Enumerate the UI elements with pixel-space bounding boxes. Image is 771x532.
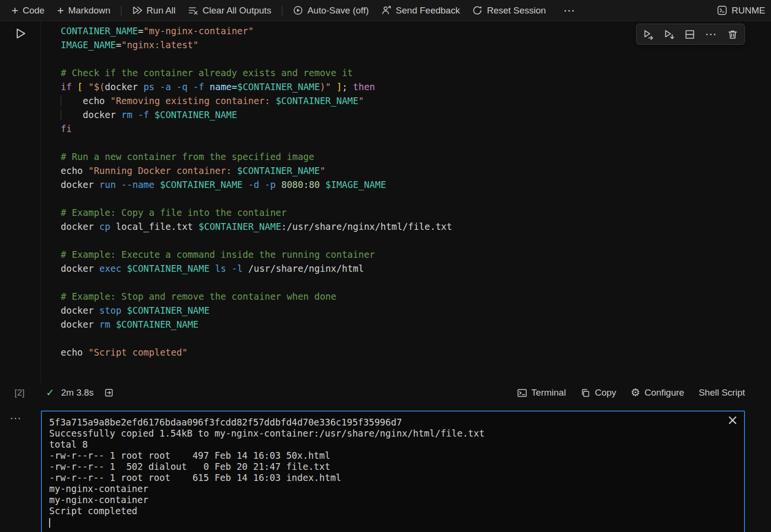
plus-icon: + <box>57 6 64 15</box>
execute-cell-button[interactable] <box>643 29 654 40</box>
code-editor[interactable]: CONTAINER_NAME="my-nginx-container"IMAGE… <box>41 24 771 359</box>
terminal-icon <box>517 388 527 398</box>
code-line: docker rm -f $CONTAINER_NAME <box>61 108 771 122</box>
trash-icon <box>727 29 738 40</box>
cell-footer-actions: Terminal Copy ⚙ Configure Shell Script <box>517 387 771 398</box>
code-line: # Run a new container from the specified… <box>61 150 771 164</box>
code-line: if [ "$(docker ps -a -q -f name=$CONTAIN… <box>61 80 771 94</box>
more-icon: ⋯ <box>705 27 718 41</box>
copy-label: Copy <box>595 387 616 398</box>
gear-icon: ⚙ <box>631 388 640 398</box>
reset-session-button[interactable]: Reset Session <box>466 3 552 18</box>
send-feedback-icon <box>381 5 391 15</box>
add-markdown-label: Markdown <box>68 5 110 16</box>
split-cell-button[interactable] <box>684 29 695 40</box>
terminal-line: my-nginx-container <box>49 494 737 505</box>
code-line: docker stop $CONTAINER_NAME <box>61 304 771 318</box>
toolbar-divider <box>282 6 282 15</box>
code-line <box>61 234 771 248</box>
run-cell-button[interactable] <box>14 27 27 40</box>
code-line: docker cp local_file.txt $CONTAINER_NAME… <box>61 220 771 234</box>
code-line: # Example: Execute a command inside the … <box>61 248 771 262</box>
notebook-toolbar: + Code + Markdown Run All Clear All Outp… <box>0 0 771 21</box>
code-line: # Example: Stop and remove the container… <box>61 290 771 304</box>
add-code-cell-button[interactable]: + Code <box>6 3 50 18</box>
terminal-output[interactable]: × 5f3a715a9a8be2efd6176bdaa096f3fcdd82f5… <box>41 411 745 532</box>
toolbar-more-button[interactable]: ⋯ <box>553 2 586 19</box>
output-menu-button[interactable]: ⋯ <box>10 412 22 425</box>
autosave-label: Auto-Save (off) <box>307 5 369 16</box>
plus-icon: + <box>12 6 18 15</box>
cell-status-bar: [2] ✓ 2m 3.8s Terminal <box>0 382 771 404</box>
execute-below-button[interactable] <box>664 29 675 40</box>
configure-label: Configure <box>645 387 684 398</box>
code-line: docker exec $CONTAINER_NAME ls -l /usr/s… <box>61 262 771 276</box>
send-feedback-label: Send Feedback <box>396 5 460 16</box>
session-output-icon <box>104 388 114 398</box>
cell-more-actions-button[interactable]: ⋯ <box>705 27 718 41</box>
autosave-toggle-button[interactable]: Auto-Save (off) <box>287 3 374 18</box>
language-label: Shell Script <box>699 387 745 398</box>
code-line: # Check if the container already exists … <box>61 66 771 80</box>
execute-cell-icon <box>643 29 654 40</box>
session-output-button[interactable] <box>104 388 114 398</box>
reset-session-icon <box>472 5 482 15</box>
code-line: # Example: Copy a file into the containe… <box>61 206 771 220</box>
runme-brand[interactable]: RUNME <box>717 5 765 16</box>
code-line: docker rm $CONTAINER_NAME <box>61 318 771 332</box>
terminal-line: total 8 <box>49 439 737 450</box>
terminal-cursor-line <box>49 517 737 528</box>
code-line <box>61 136 771 150</box>
execution-count: [2] <box>14 387 25 398</box>
more-icon: ⋯ <box>558 4 581 17</box>
terminal-output-lines: 5f3a715a9a8be2efd6176bdaa096f3fcdd82f57d… <box>49 417 737 517</box>
close-output-button[interactable]: × <box>727 413 738 427</box>
more-icon: ⋯ <box>10 412 22 425</box>
code-line: echo "Running Docker container: $CONTAIN… <box>61 164 771 178</box>
send-feedback-button[interactable]: Send Feedback <box>375 3 465 18</box>
run-all-button[interactable]: Run All <box>126 3 181 18</box>
terminal-cursor <box>49 518 50 528</box>
toolbar-divider <box>121 6 121 15</box>
language-picker[interactable]: Shell Script <box>699 387 745 398</box>
terminal-line: -rw-r--r-- 1 502 dialout 0 Feb 20 21:47 … <box>49 461 737 472</box>
cell-output-row: ⋯ × 5f3a715a9a8be2efd6176bdaa096f3fcdd82… <box>0 411 771 532</box>
notebook-body: CONTAINER_NAME="my-nginx-container"IMAGE… <box>0 21 771 532</box>
notebook-app: + Code + Markdown Run All Clear All Outp… <box>0 0 771 532</box>
execution-duration: 2m 3.8s <box>61 387 94 398</box>
terminal-label: Terminal <box>532 387 566 398</box>
add-markdown-cell-button[interactable]: + Markdown <box>51 3 116 18</box>
terminal-line: my-nginx-container <box>49 483 737 494</box>
code-line: echo "Script completed" <box>61 346 771 359</box>
code-line: echo "Removing existing container: $CONT… <box>61 94 771 108</box>
terminal-button[interactable]: Terminal <box>517 387 566 398</box>
autosave-icon <box>293 5 303 15</box>
code-lines: CONTAINER_NAME="my-nginx-container"IMAGE… <box>41 24 771 359</box>
cell-run-gutter <box>0 27 40 40</box>
configure-button[interactable]: ⚙ Configure <box>631 387 684 398</box>
success-check-icon: ✓ <box>46 387 54 399</box>
split-cell-icon <box>684 29 695 40</box>
copy-icon <box>580 388 590 398</box>
terminal-line: Successfully copied 1.54kB to my-nginx-c… <box>49 428 737 439</box>
runme-logo-icon <box>717 5 727 15</box>
terminal-line: Script completed <box>49 505 737 517</box>
code-line <box>61 276 771 290</box>
add-code-label: Code <box>23 5 44 16</box>
cell-action-toolbar: ⋯ <box>636 24 745 45</box>
clear-all-outputs-icon <box>188 5 198 15</box>
terminal-line: -rw-r--r-- 1 root root 615 Feb 14 16:03 … <box>49 472 737 483</box>
execute-below-icon <box>664 29 675 40</box>
terminal-line: -rw-r--r-- 1 root root 497 Feb 14 16:03 … <box>49 450 737 461</box>
terminal-line: 5f3a715a9a8be2efd6176bdaa096f3fcdd82f57d… <box>49 417 737 428</box>
copy-button[interactable]: Copy <box>580 387 616 398</box>
run-all-label: Run All <box>146 5 175 16</box>
code-line: fi <box>61 122 771 136</box>
code-line <box>61 332 771 346</box>
reset-session-label: Reset Session <box>487 5 546 16</box>
delete-cell-button[interactable] <box>727 29 738 40</box>
code-line: docker run --name $CONTAINER_NAME -d -p … <box>61 178 771 192</box>
run-all-icon <box>132 5 142 15</box>
clear-all-outputs-button[interactable]: Clear All Outputs <box>182 3 277 18</box>
code-line <box>61 52 771 66</box>
